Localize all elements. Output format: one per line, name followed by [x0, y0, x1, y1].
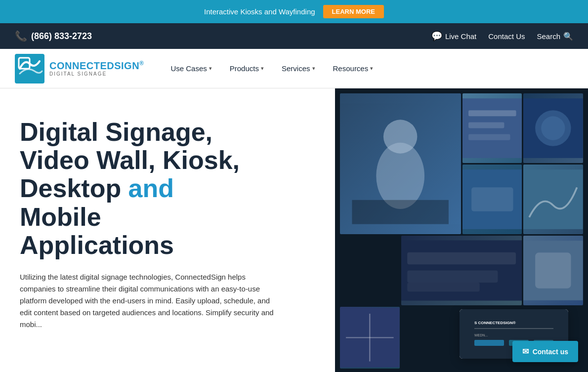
- svg-rect-17: [407, 252, 516, 264]
- nav-label-services: Services: [282, 64, 310, 73]
- nav-bar: CONNECTEDSIGN® DIGITAL SIGNAGE Use Cases…: [0, 49, 588, 88]
- chevron-down-icon: ▾: [370, 65, 373, 72]
- hero-title-line4: Mobile: [20, 203, 101, 231]
- nav-item-services[interactable]: Services ▾: [275, 59, 322, 78]
- svg-rect-21: [535, 252, 571, 288]
- svg-text:WEDN...: WEDN...: [474, 333, 488, 337]
- svg-rect-8: [468, 122, 504, 128]
- chevron-down-icon: ▾: [312, 65, 315, 72]
- logo-brand: CONNECTEDSIGN®: [49, 60, 144, 71]
- hero-title-line2: Video Wall, Kiosk,: [20, 146, 240, 174]
- video-tile-3: [523, 93, 583, 163]
- phone-icon: 📞: [15, 30, 27, 42]
- video-tile-1: [340, 93, 461, 234]
- video-tile-5: [523, 165, 583, 234]
- hero-title-line3-before: Desktop: [20, 174, 128, 203]
- logo-icon: [15, 54, 44, 83]
- contact-float-label: Contact us: [533, 348, 568, 356]
- nav-label-products: Products: [230, 64, 259, 73]
- chevron-down-icon: ▾: [261, 65, 264, 72]
- search-label: Search: [537, 32, 560, 41]
- hero-title-line1: Digital Signage,: [20, 118, 212, 146]
- svg-rect-19: [407, 283, 480, 291]
- svg-text:S CONNECTEDSIGN®: S CONNECTEDSIGN®: [474, 321, 516, 325]
- live-chat-button[interactable]: 💬 Live Chat: [431, 31, 476, 41]
- contact-float-button[interactable]: ✉ Contact us: [512, 341, 578, 362]
- svg-point-4: [383, 120, 417, 153]
- video-tile-7: [523, 236, 583, 305]
- hero-title: Digital Signage, Video Wall, Kiosk, Desk…: [20, 118, 315, 259]
- hero-right: S CONNECTEDSIGN® WEDN...: [335, 88, 588, 372]
- header-bar: 📞 (866) 833-2723 💬 Live Chat Contact Us …: [0, 23, 588, 49]
- phone-number[interactable]: 📞 (866) 833-2723: [15, 30, 92, 42]
- svg-rect-29: [474, 340, 504, 346]
- svg-rect-18: [407, 270, 498, 282]
- chevron-down-icon: ▾: [209, 65, 212, 72]
- learn-more-button[interactable]: LEARN MORE: [323, 5, 384, 18]
- nav-label-resources: Resources: [333, 64, 369, 73]
- hero-left: Digital Signage, Video Wall, Kiosk, Desk…: [0, 88, 335, 372]
- hero-section: Digital Signage, Video Wall, Kiosk, Desk…: [0, 88, 588, 372]
- phone-text: (866) 833-2723: [31, 31, 92, 41]
- logo-sub: DIGITAL SIGNAGE: [49, 71, 144, 77]
- search-icon: 🔍: [563, 32, 573, 41]
- announcement-bar: Interactive Kiosks and Wayfinding LEARN …: [0, 0, 588, 23]
- nav-item-resources[interactable]: Resources ▾: [326, 59, 380, 78]
- logo[interactable]: CONNECTEDSIGN® DIGITAL SIGNAGE: [15, 54, 144, 83]
- svg-rect-7: [468, 110, 516, 116]
- hero-title-highlight: and: [128, 174, 174, 203]
- svg-rect-9: [468, 134, 510, 140]
- live-chat-label: Live Chat: [445, 32, 476, 41]
- nav-item-use-cases[interactable]: Use Cases ▾: [164, 59, 218, 78]
- search-area[interactable]: Search 🔍: [537, 32, 573, 41]
- header-right-actions: 💬 Live Chat Contact Us Search 🔍: [431, 31, 573, 41]
- svg-rect-14: [471, 187, 513, 211]
- contact-us-link[interactable]: Contact Us: [488, 32, 525, 41]
- video-tile-4: [462, 165, 522, 234]
- chat-icon: 💬: [431, 31, 442, 41]
- logo-text: CONNECTEDSIGN® DIGITAL SIGNAGE: [49, 60, 144, 77]
- video-tile-2: [462, 93, 522, 163]
- nav-label-use-cases: Use Cases: [170, 64, 207, 73]
- svg-rect-5: [352, 200, 449, 224]
- video-tile-8: [340, 307, 400, 369]
- svg-rect-27: [474, 328, 553, 329]
- nav-links: Use Cases ▾ Products ▾ Services ▾ Resour…: [164, 59, 380, 78]
- video-tile-6: [401, 236, 522, 305]
- email-icon: ✉: [522, 347, 529, 356]
- hero-title-line5: Applications: [20, 231, 174, 259]
- announcement-text: Interactive Kiosks and Wayfinding: [204, 7, 315, 16]
- svg-point-12: [542, 116, 565, 140]
- svg-rect-15: [523, 169, 583, 229]
- hero-description: Utilizing the latest digital signage tec…: [20, 271, 277, 331]
- nav-item-products[interactable]: Products ▾: [223, 59, 271, 78]
